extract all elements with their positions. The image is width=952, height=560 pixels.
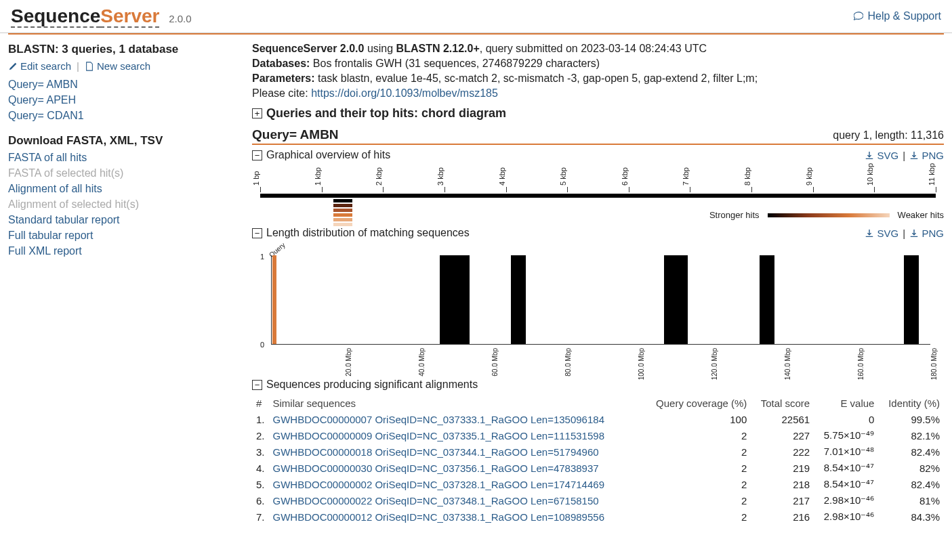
hit-sequence-link[interactable]: GWHBDOC00000030 OriSeqID=NC_037356.1_RaG…	[273, 462, 599, 474]
main-container: BLASTN: 3 queries, 1 database Edit searc…	[0, 35, 952, 525]
download-icon	[909, 229, 919, 238]
hits-table-header: − Sequences producing significant alignm…	[252, 379, 944, 391]
meta-cite: Please cite: https://doi.org/10.1093/mol…	[252, 87, 944, 100]
download-icon	[865, 151, 874, 160]
pencil-icon	[8, 62, 18, 71]
table-row: 7.GWHBDOC00000012 OriSeqID=NC_037338.1_R…	[252, 509, 944, 525]
download-links: FASTA of all hitsFASTA of selected hit(s…	[8, 152, 239, 257]
query-bar	[260, 194, 936, 198]
hit-sequence-link[interactable]: GWHBDOC00000012 OriSeqID=NC_037338.1_RaG…	[273, 511, 604, 523]
comment-icon	[854, 12, 863, 21]
collapse-icon[interactable]: −	[252, 380, 262, 390]
graphical-download-links: SVG | PNG	[865, 150, 944, 161]
table-row: 6.GWHBDOC00000022 OriSeqID=NC_037348.1_R…	[252, 492, 944, 509]
hits-table: # Similar sequences Query coverage (%) T…	[252, 395, 944, 525]
histogram-bar	[511, 255, 526, 344]
table-row: 5.GWHBDOC00000002 OriSeqID=NC_037328.1_R…	[252, 476, 944, 492]
help-support-label: Help & Support	[867, 10, 941, 22]
graphical-overview-header: − Graphical overview of hits SVG | PNG	[252, 149, 944, 161]
expand-icon[interactable]: +	[252, 108, 262, 119]
logo-srv: Server	[100, 5, 159, 28]
query-link[interactable]: Query= APEH	[8, 94, 239, 106]
separator: |	[77, 60, 79, 72]
new-search-link[interactable]: New search	[85, 60, 150, 72]
query-link[interactable]: Query= AMBN	[8, 79, 239, 91]
chord-section-header: + Queries and their top hits: chord diag…	[252, 106, 944, 121]
logo-seq: Sequence	[11, 5, 100, 28]
hit-sequence-link[interactable]: GWHBDOC00000002 OriSeqID=NC_037328.1_RaG…	[273, 479, 604, 490]
logo: SequenceServer 2.0.0	[11, 5, 192, 27]
meta-databases: Databases: Bos frontalis GWH (31 sequenc…	[252, 58, 944, 70]
download-link[interactable]: Full tabular report	[8, 230, 239, 242]
table-row: 3.GWHBDOC00000018 OriSeqID=NC_037344.1_R…	[252, 444, 944, 460]
collapse-icon[interactable]: −	[252, 150, 262, 160]
histogram-bar	[673, 255, 688, 344]
download-icon	[909, 151, 919, 160]
hit-sequence-link[interactable]: GWHBDOC00000007 OriSeqID=NC_037333.1_RaG…	[273, 414, 604, 425]
histogram-plot: 20.0 Mbp40.0 Mbp60.0 Mbp80.0 Mbp100.0 Mb…	[271, 255, 930, 345]
length-dist-header: − Length distribution of matching sequen…	[252, 227, 944, 239]
logo-version: 2.0.0	[169, 13, 191, 24]
sidebar-title: BLASTN: 3 queries, 1 database	[8, 43, 239, 56]
length-dist-download-links: SVG | PNG	[865, 228, 944, 239]
hit-sequence-link[interactable]: GWHBDOC00000022 OriSeqID=NC_037348.1_RaG…	[273, 495, 599, 507]
query-info: query 1, length: 11,316	[833, 129, 944, 142]
meta-program: SequenceServer 2.0.0 using BLASTN 2.12.0…	[252, 43, 944, 55]
download-link[interactable]: Full XML report	[8, 245, 239, 257]
hit-segment	[333, 199, 352, 202]
hits-stack	[333, 199, 944, 226]
meta-parameters: Parameters: task blastn, evalue 1e-45, s…	[252, 72, 944, 85]
download-link: Alignment of selected hit(s)	[8, 198, 239, 211]
histogram-bar	[455, 255, 470, 344]
table-row: 4.GWHBDOC00000030 OriSeqID=NC_037356.1_R…	[252, 460, 944, 476]
collapse-icon[interactable]: −	[252, 228, 262, 238]
download-svg-link[interactable]: SVG	[865, 150, 898, 161]
table-row: 1.GWHBDOC00000007 OriSeqID=NC_037333.1_R…	[252, 412, 944, 427]
download-icon	[865, 229, 874, 238]
download-link: FASTA of selected hit(s)	[8, 167, 239, 179]
histogram-bar	[760, 255, 774, 344]
download-link[interactable]: Standard tabular report	[8, 214, 239, 226]
hit-segment	[333, 218, 352, 221]
histogram-bar	[440, 255, 455, 344]
hit-segment	[333, 213, 352, 217]
help-support-link[interactable]: Help & Support	[854, 10, 941, 22]
sidebar: BLASTN: 3 queries, 1 database Edit searc…	[8, 43, 239, 525]
download-png-link[interactable]: PNG	[909, 228, 944, 239]
graphical-overview: 1 bp1 kbp2 kbp3 kbp4 kbp5 kbp6 kbp7 kbp8…	[252, 165, 944, 206]
query-length-bar	[272, 255, 276, 344]
table-row: 2.GWHBDOC00000009 OriSeqID=NC_037335.1_R…	[252, 427, 944, 444]
query-links: Query= AMBNQuery= APEHQuery= CDAN1	[8, 79, 239, 122]
hits-table-header-row: # Similar sequences Query coverage (%) T…	[252, 395, 944, 412]
query-title: Query= AMBN	[252, 127, 339, 142]
query-link[interactable]: Query= CDAN1	[8, 110, 239, 122]
histogram-bar	[904, 255, 919, 344]
search-actions: Edit search | New search	[8, 60, 239, 72]
download-title: Download FASTA, XML, TSV	[8, 134, 239, 148]
download-png-link[interactable]: PNG	[909, 150, 944, 161]
app-header: SequenceServer 2.0.0 Help & Support	[0, 0, 952, 33]
download-svg-link[interactable]: SVG	[865, 228, 898, 239]
download-link[interactable]: Alignment of all hits	[8, 183, 239, 195]
hit-segment	[333, 223, 352, 226]
content: SequenceServer 2.0.0 using BLASTN 2.12.0…	[252, 43, 944, 525]
download-link[interactable]: FASTA of all hits	[8, 152, 239, 164]
file-icon	[85, 62, 94, 71]
hit-sequence-link[interactable]: GWHBDOC00000009 OriSeqID=NC_037335.1_RaG…	[273, 430, 604, 441]
edit-search-link[interactable]: Edit search	[8, 60, 71, 72]
query-header: Query= AMBN query 1, length: 11,316	[252, 127, 944, 145]
cite-link[interactable]: https://doi.org/10.1093/molbev/msz185	[311, 87, 498, 99]
hit-segment	[333, 209, 352, 212]
hit-sequence-link[interactable]: GWHBDOC00000018 OriSeqID=NC_037344.1_RaG…	[273, 446, 599, 458]
length-histogram: 1 0 Query 20.0 Mbp40.0 Mbp60.0 Mbp80.0 M…	[252, 243, 944, 345]
hit-segment	[333, 204, 352, 207]
